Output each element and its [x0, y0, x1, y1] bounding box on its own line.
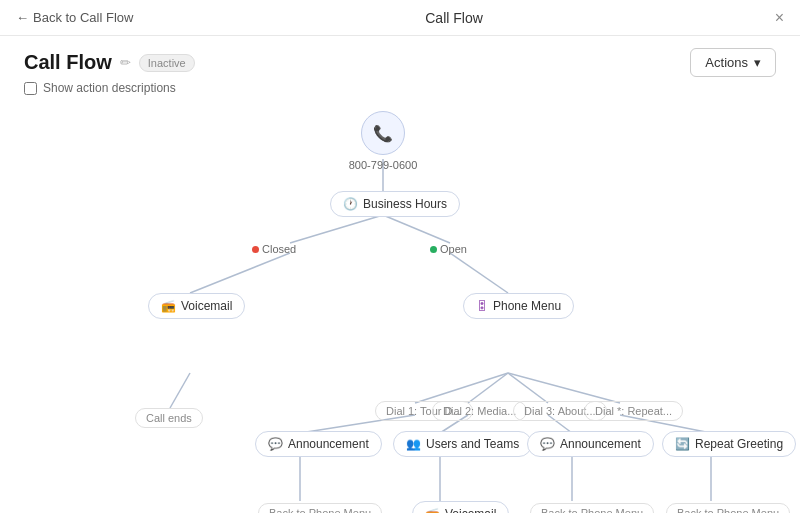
show-descriptions-label[interactable]: Show action descriptions	[43, 81, 176, 95]
flow-canvas: 📞 800-799-0600 🕐 Business Hours Closed O…	[0, 103, 800, 513]
business-hours-node[interactable]: 🕐 Business Hours	[330, 191, 460, 217]
actions-button[interactable]: Actions ▾	[690, 48, 776, 77]
svg-line-2	[383, 215, 450, 243]
svg-line-5	[170, 373, 190, 408]
svg-line-3	[190, 253, 290, 293]
svg-line-6	[415, 373, 508, 403]
closed-dot	[252, 246, 259, 253]
edit-icon[interactable]: ✏	[120, 55, 131, 70]
page-header: Call Flow ✏ Inactive Actions ▾	[0, 36, 800, 81]
phone-number-label: 800-799-0600	[349, 159, 418, 171]
status-badge: Inactive	[139, 54, 195, 72]
open-dot	[430, 246, 437, 253]
announcement-icon-2: 💬	[540, 437, 555, 451]
repeat-greeting-node[interactable]: 🔄 Repeat Greeting	[662, 431, 796, 457]
top-bar-title: Call Flow	[425, 10, 483, 26]
voicemail-node[interactable]: 📻 Voicemail	[148, 293, 245, 319]
phone-menu-node[interactable]: 🎛 Phone Menu	[463, 293, 574, 319]
svg-line-1	[290, 215, 383, 243]
announcement-icon-1: 💬	[268, 437, 283, 451]
phone-menu-icon: 🎛	[476, 299, 488, 313]
closed-label: Closed	[252, 243, 296, 255]
voicemail-icon-2: 📻	[425, 507, 440, 513]
open-label: Open	[430, 243, 467, 255]
svg-line-4	[450, 253, 508, 293]
phone-node[interactable]: 📞	[361, 111, 405, 155]
show-descriptions-checkbox[interactable]	[24, 82, 37, 95]
announcement-node-1[interactable]: 💬 Announcement	[255, 431, 382, 457]
header-left: Call Flow ✏ Inactive	[24, 51, 195, 74]
page-title: Call Flow	[24, 51, 112, 74]
back-phone-menu-3[interactable]: Back to Phone Menu	[666, 503, 790, 513]
users-teams-node[interactable]: 👥 Users and Teams	[393, 431, 532, 457]
voicemail-icon: 📻	[161, 299, 176, 313]
close-button[interactable]: ×	[775, 9, 784, 27]
voicemail-node-2[interactable]: 📻 Voicemail	[412, 501, 509, 513]
phone-icon: 📞	[373, 124, 393, 143]
show-descriptions-row: Show action descriptions	[0, 81, 800, 103]
call-ends-node-1[interactable]: Call ends	[135, 408, 203, 428]
back-phone-menu-1[interactable]: Back to Phone Menu	[258, 503, 382, 513]
clock-icon: 🕐	[343, 197, 358, 211]
back-arrow-icon: ←	[16, 10, 29, 25]
repeat-icon: 🔄	[675, 437, 690, 451]
back-link[interactable]: ← Back to Call Flow	[16, 10, 133, 25]
svg-line-9	[508, 373, 620, 403]
svg-line-8	[508, 373, 548, 403]
dial-star-label: Dial *: Repeat...	[584, 401, 683, 421]
top-bar: ← Back to Call Flow Call Flow ×	[0, 0, 800, 36]
users-icon: 👥	[406, 437, 421, 451]
svg-line-7	[468, 373, 508, 403]
back-phone-menu-2[interactable]: Back to Phone Menu	[530, 503, 654, 513]
announcement-node-2[interactable]: 💬 Announcement	[527, 431, 654, 457]
